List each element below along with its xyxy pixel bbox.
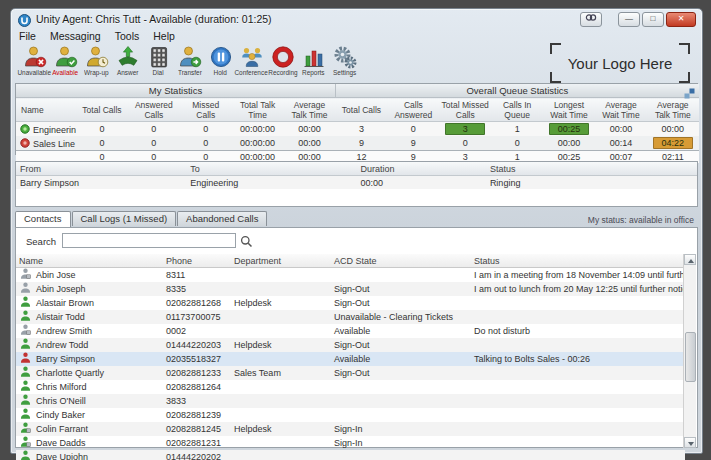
toolbar-hold-button[interactable]: Hold (205, 45, 236, 82)
toolbar-available-button[interactable]: Available (50, 45, 81, 82)
contact-row[interactable]: Chris Milford 02082881264 (16, 380, 685, 394)
contact-row[interactable]: Colin Farrant 02082881245 Helpdesk Sign-… (16, 422, 685, 436)
minimize-button[interactable]: — (618, 12, 640, 27)
contact-name: Chris O'Neill (33, 394, 163, 408)
contact-row[interactable]: Abin Jose 8311 I am in a meeting from 18… (16, 268, 685, 283)
stats-col-missed-calls: Missed Calls (180, 98, 232, 122)
toolbar-reports-button[interactable]: Reports (298, 45, 329, 82)
stats-col-total-talk-time: Total Talk Time (232, 98, 284, 122)
contact-row[interactable]: Abin Joseph 8335 Sign-Out I am out to lu… (16, 282, 685, 296)
tab-contacts[interactable]: Contacts (15, 211, 71, 227)
contact-status (471, 436, 685, 450)
contact-phone: 8311 (163, 268, 231, 283)
presence-green-icon (16, 408, 33, 422)
settings-icon (333, 45, 357, 69)
contact-department (231, 450, 331, 460)
toolbar-button-label: Settings (333, 69, 356, 75)
contact-acd-state: Sign-Out (331, 366, 471, 380)
contact-phone: 02082881268 (163, 296, 231, 310)
contacts-col-phone[interactable]: Phone (163, 254, 231, 268)
contact-phone: 01173700075 (163, 310, 231, 324)
menu-help[interactable]: Help (153, 30, 175, 44)
contact-row[interactable]: Cindy Baker 02082881239 (16, 408, 685, 422)
toolbar-answer-button[interactable]: Answer (112, 45, 143, 82)
contact-name: Alastair Brown (33, 296, 163, 310)
search-input[interactable] (62, 233, 236, 248)
contact-row[interactable]: Andrew Todd 01444220203 Helpdesk Sign-Ou… (16, 338, 685, 352)
toolbar-recording-button[interactable]: Recording (267, 45, 298, 82)
toolbar-button-label: Conference (235, 69, 268, 75)
presence-green-icon (16, 296, 33, 310)
contact-name: Charlotte Quartly (33, 366, 163, 380)
contact-department (231, 282, 331, 296)
contact-phone: 01444220203 (163, 338, 231, 352)
contact-row[interactable]: Charlotte Quartly 02082881233 Sales Team… (16, 366, 685, 380)
maximize-button[interactable]: □ (642, 12, 664, 27)
link-button[interactable] (580, 12, 602, 27)
toolbar-wrap-up-button[interactable]: Wrap-up (81, 45, 112, 82)
my-status-text: My status: available in office (588, 215, 694, 225)
stats-col-calls-in-queue: Calls In Queue (491, 98, 543, 122)
stats-row[interactable]: Engineering00000:00:0000:00303100:2500:0… (16, 122, 699, 137)
contact-name: Colin Farrant (33, 422, 163, 436)
contacts-header-row: NamePhoneDepartmentACD StateStatus (16, 254, 685, 268)
contact-status (471, 422, 685, 436)
tab-abandoned-calls[interactable]: Abandoned Calls (177, 211, 267, 226)
scrollbar-thumb[interactable] (685, 332, 696, 382)
menu-file[interactable]: File (19, 30, 36, 44)
active-call-row[interactable]: Barry SimpsonEngineering00:00Ringing (16, 176, 697, 190)
scroll-down-arrow[interactable] (684, 437, 696, 448)
scroll-up-arrow[interactable] (684, 254, 696, 265)
contacts-col-name[interactable]: Name (16, 254, 163, 268)
close-button[interactable]: ✕ (666, 12, 696, 27)
menu-messaging[interactable]: Messaging (50, 30, 101, 44)
toolbar: Unavailable Available Wrap-up Answer Dia… (19, 45, 360, 82)
contact-row[interactable]: Dave Upjohn 01444220202 (16, 450, 685, 460)
contacts-col-acd-state[interactable]: ACD State (331, 254, 471, 268)
contact-department: Helpdesk (231, 338, 331, 352)
tab-call-logs-1-missed[interactable]: Call Logs (1 Missed) (72, 211, 177, 226)
search-icon[interactable] (240, 234, 253, 252)
contact-row[interactable]: Barry Simpson 02035518327 Available Talk… (16, 352, 685, 366)
person-wrapup-icon (85, 45, 109, 69)
toolbar-unavailable-button[interactable]: Unavailable (19, 45, 50, 82)
toolbar-button-label: Hold (214, 69, 227, 75)
contact-row[interactable]: Andrew Smith 0002 Available Do not distu… (16, 324, 685, 338)
toolbar-button-label: Dial (153, 69, 164, 75)
stats-col-calls-answered: Calls Answered (387, 98, 439, 122)
stats-column-header-row: NameTotal CallsAnswered CallsMissed Call… (16, 98, 699, 122)
toolbar-settings-button[interactable]: Settings (329, 45, 360, 82)
conference-icon (240, 45, 264, 69)
toolbar-button-label: Recording (268, 69, 297, 75)
vertical-scrollbar[interactable] (683, 254, 696, 448)
toolbar-conference-button[interactable]: Conference (236, 45, 267, 82)
toolbar-button-label: Reports (302, 69, 325, 75)
highlight-cell: 00:25 (549, 123, 589, 135)
highlight-cell: 3 (445, 123, 485, 135)
contact-acd-state (331, 450, 471, 460)
dialpad-icon (147, 45, 171, 69)
title-bar[interactable]: Unity Agent: Chris Tutt - Available (dur… (11, 9, 702, 29)
contact-row[interactable]: Chris O'Neill 3833 (16, 394, 685, 408)
toolbar-button-label: Unavailable (18, 69, 52, 75)
hold-icon (209, 45, 233, 69)
contact-row[interactable]: Alistair Todd 01173700075 Unavailable - … (16, 310, 685, 324)
contact-phone: 8335 (163, 282, 231, 296)
contact-row[interactable]: Dave Dadds 02082881231 Sign-In (16, 436, 685, 450)
stats-row[interactable]: Sales Line00000:00:0000:00990000:0000:14… (16, 136, 699, 151)
contact-department (231, 408, 331, 422)
toolbar-transfer-button[interactable]: Transfer (174, 45, 205, 82)
app-logo-icon (18, 13, 31, 26)
contact-status (471, 366, 685, 380)
call-col-to: To (186, 162, 356, 176)
contacts-col-status[interactable]: Status (471, 254, 685, 268)
expand-icon[interactable] (684, 85, 695, 103)
contact-row[interactable]: Alastair Brown 02082881268 Helpdesk Sign… (16, 296, 685, 310)
stats-col-total-calls: Total Calls (336, 98, 388, 122)
contact-department (231, 394, 331, 408)
stats-col-total-calls: Total Calls (76, 98, 128, 122)
call-col-from: From (16, 162, 186, 176)
toolbar-dial-button[interactable]: Dial (143, 45, 174, 82)
contacts-col-department[interactable]: Department (231, 254, 331, 268)
menu-tools[interactable]: Tools (115, 30, 140, 44)
